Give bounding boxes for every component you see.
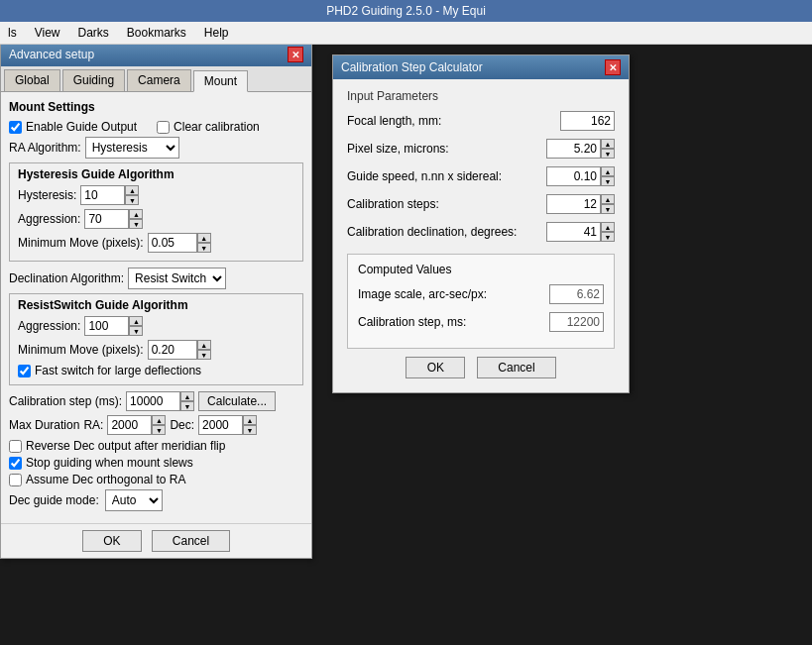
resist-switch-group-title: ResistSwitch Guide Algorithm [18,298,294,312]
cal-dec-input[interactable] [546,222,601,242]
max-duration-dec-down-btn[interactable]: ▼ [243,425,257,435]
cal-cancel-button[interactable]: Cancel [477,357,555,378]
max-duration-ra-spinner-btns: ▲ ▼ [152,415,166,435]
image-scale-value [549,284,604,304]
fast-switch-checkbox[interactable] [18,365,31,377]
tab-camera[interactable]: Camera [127,69,191,91]
max-duration-dec-label: Dec: [170,418,194,432]
max-duration-ra-up-btn[interactable]: ▲ [152,415,166,425]
cal-step-label: Calibration step (ms): [9,394,122,408]
guide-speed-input-group: ▲ ▼ [546,166,615,186]
hysteresis-down-btn[interactable]: ▼ [125,195,139,205]
rs-min-move-input[interactable] [148,340,197,360]
ra-algorithm-select[interactable]: Hysteresis ResistSwitch LowPass LowPass2 [85,137,179,159]
pixel-size-row: Pixel size, microns: ▲ ▼ [347,139,615,159]
cal-step-up-btn[interactable]: ▲ [180,391,194,401]
pixel-size-input[interactable] [546,139,601,159]
rs-min-move-down-btn[interactable]: ▼ [197,350,211,360]
hysteresis-input[interactable]: 10 [80,185,125,205]
cal-steps-row: Calibration steps: ▲ ▼ [347,194,615,214]
clear-calibration-label: Clear calibration [174,120,260,134]
aggression-down-btn[interactable]: ▼ [129,219,143,229]
rs-aggression-down-btn[interactable]: ▼ [129,326,143,336]
max-duration-ra-down-btn[interactable]: ▼ [152,425,166,435]
advanced-setup-close-button[interactable]: ✕ [288,47,303,62]
aggression-input[interactable]: 70 [84,209,129,229]
cal-dec-label: Calibration declination, degrees: [347,225,546,239]
max-duration-dec-up-btn[interactable]: ▲ [243,415,257,425]
min-move-down-btn[interactable]: ▼ [197,243,211,253]
cal-dec-input-group: ▲ ▼ [546,222,615,242]
focal-length-input[interactable]: 162 [560,111,615,131]
guide-speed-down-btn[interactable]: ▼ [601,176,615,186]
cal-calculator-buttons: OK Cancel [347,349,615,382]
calculate-button[interactable]: Calculate... [198,391,276,411]
cal-steps-up-btn[interactable]: ▲ [601,194,615,204]
focal-length-input-group: 162 [560,111,615,131]
computed-values-section: Computed Values Image scale, arc-sec/px:… [347,254,615,349]
pixel-size-up-btn[interactable]: ▲ [601,139,615,149]
rs-min-move-spinner-btns: ▲ ▼ [197,340,211,360]
rs-aggression-spinner: 100 ▲ ▼ [84,316,143,336]
cal-step-row: Calibration step (ms): ▲ ▼ Calculate... [9,391,303,411]
dec-algorithm-label: Declination Algorithm: [9,271,124,285]
pixel-size-input-group: ▲ ▼ [546,139,615,159]
min-move-spinner-btns: ▲ ▼ [197,233,211,253]
menu-item-help[interactable]: Help [200,24,233,42]
min-move-input[interactable] [148,233,197,253]
cal-steps-label: Calibration steps: [347,197,546,211]
cal-step-down-btn[interactable]: ▼ [180,401,194,411]
dec-guide-mode-select[interactable]: Auto None North South [105,489,163,511]
cal-step-input[interactable] [126,391,180,411]
advanced-setup-cancel-button[interactable]: Cancel [152,530,230,552]
stop-guiding-checkbox[interactable] [9,457,22,470]
menu-item-view[interactable]: View [31,24,64,42]
cal-dec-row: Calibration declination, degrees: ▲ ▼ [347,222,615,242]
mount-settings-title: Mount Settings [9,100,303,114]
cal-step-spinner-btns: ▲ ▼ [180,391,194,411]
tab-global[interactable]: Global [4,69,60,91]
hysteresis-up-btn[interactable]: ▲ [125,185,139,195]
menu-item-bookmarks[interactable]: Bookmarks [123,24,190,42]
menu-item-ls[interactable]: ls [4,24,21,42]
image-scale-row: Image scale, arc-sec/px: [358,284,604,304]
cal-steps-input[interactable] [546,194,601,214]
stop-guiding-label: Stop guiding when mount slews [26,456,193,470]
rs-aggression-label: Aggression: [18,319,80,333]
cal-ok-button[interactable]: OK [406,357,465,378]
advanced-setup-title: Advanced setup [9,48,94,61]
enable-guide-output-checkbox[interactable] [9,121,22,134]
app-title: PHD2 Guiding 2.5.0 - My Equi [326,4,486,18]
aggression-spinner-btns: ▲ ▼ [129,209,143,229]
ra-algorithm-row: RA Algorithm: Hysteresis ResistSwitch Lo… [9,137,303,159]
pixel-size-down-btn[interactable]: ▼ [601,149,615,159]
max-duration-ra-input[interactable] [107,415,152,435]
guide-speed-input[interactable] [546,166,601,186]
rs-aggression-up-btn[interactable]: ▲ [129,316,143,326]
max-duration-dec-input[interactable] [198,415,243,435]
dec-algorithm-select[interactable]: Resist Switch Hysteresis None LowPass [128,268,226,289]
tab-mount[interactable]: Mount [193,70,248,92]
menu-item-darks[interactable]: Darks [73,24,112,42]
reverse-dec-label: Reverse Dec output after meridian flip [26,439,225,453]
min-move-up-btn[interactable]: ▲ [197,233,211,243]
guide-speed-up-btn[interactable]: ▲ [601,166,615,176]
tab-guiding[interactable]: Guiding [62,69,125,91]
rs-min-move-up-btn[interactable]: ▲ [197,340,211,350]
resist-switch-group: ResistSwitch Guide Algorithm Aggression:… [9,293,303,385]
reverse-dec-checkbox[interactable] [9,440,22,453]
cal-calculator-close-button[interactable]: ✕ [605,59,621,75]
rs-aggression-input[interactable]: 100 [84,316,129,336]
assume-dec-checkbox[interactable] [9,474,22,486]
input-parameters-title: Input Parameters [347,89,615,103]
aggression-up-btn[interactable]: ▲ [129,209,143,219]
advanced-setup-ok-button[interactable]: OK [82,530,142,552]
clear-calibration-checkbox[interactable] [157,121,170,134]
max-duration-dec-spinner: ▲ ▼ [198,415,257,435]
aggression-row: Aggression: 70 ▲ ▼ [18,209,294,229]
cal-steps-down-btn[interactable]: ▼ [601,204,615,214]
min-move-row: Minimum Move (pixels): ▲ ▼ [18,233,294,253]
max-duration-dec-spinner-btns: ▲ ▼ [243,415,257,435]
cal-dec-down-btn[interactable]: ▼ [601,232,615,242]
cal-dec-up-btn[interactable]: ▲ [601,222,615,232]
